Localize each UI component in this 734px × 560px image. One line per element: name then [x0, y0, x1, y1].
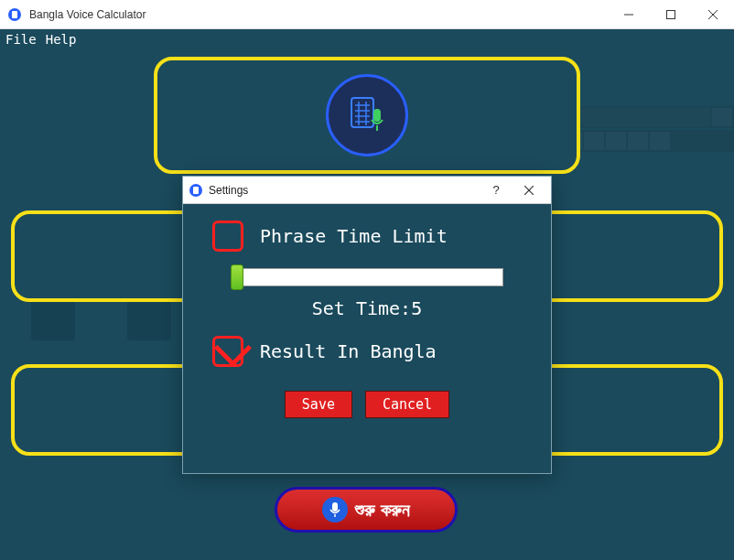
slider-track: [231, 268, 503, 286]
logo-panel: [154, 57, 580, 174]
time-slider[interactable]: [231, 268, 503, 286]
dialog-help-button[interactable]: ?: [480, 178, 513, 203]
window-controls: [608, 0, 734, 29]
close-button[interactable]: [692, 0, 734, 29]
save-button[interactable]: Save: [285, 391, 352, 418]
main-area: শুরু করুন Settings ? Phrase Time Limit: [0, 49, 734, 560]
phrase-time-limit-label: Phrase Time Limit: [260, 225, 448, 247]
svg-rect-18: [193, 187, 199, 194]
menu-help[interactable]: Help: [46, 32, 77, 47]
dialog-icon: [189, 183, 203, 198]
slider-thumb[interactable]: [231, 264, 243, 290]
close-icon: [524, 186, 534, 195]
app-logo: [326, 74, 408, 156]
calculator-mic-icon: [344, 92, 390, 138]
window-title: Bangla Voice Calculator: [29, 8, 608, 21]
menubar: File Help: [0, 29, 734, 49]
app-icon: [7, 7, 22, 22]
settings-dialog: Settings ? Phrase Time Limit Set Time:5 …: [182, 176, 552, 474]
maximize-button[interactable]: [650, 0, 692, 29]
mic-icon: [322, 497, 348, 522]
svg-rect-15: [332, 502, 338, 512]
svg-rect-13: [373, 109, 381, 122]
result-in-bangla-label: Result In Bangla: [260, 340, 437, 362]
main-titlebar: Bangla Voice Calculator: [0, 0, 734, 29]
cancel-button[interactable]: Cancel: [365, 391, 449, 418]
start-button[interactable]: শুরু করুন: [275, 487, 458, 533]
dialog-title: Settings: [209, 184, 480, 197]
start-button-label: শুরু করুন: [355, 500, 410, 521]
result-in-bangla-row: Result In Bangla: [212, 336, 522, 367]
menu-file[interactable]: File: [5, 32, 37, 47]
dialog-buttons: Save Cancel: [212, 391, 522, 418]
phrase-time-limit-checkbox[interactable]: [212, 221, 243, 252]
svg-rect-1: [12, 11, 17, 18]
help-icon: ?: [492, 183, 499, 197]
maximize-icon: [666, 10, 675, 19]
close-icon: [708, 10, 718, 19]
phrase-time-limit-row: Phrase Time Limit: [212, 221, 522, 252]
minimize-button[interactable]: [608, 0, 650, 29]
svg-rect-6: [351, 98, 373, 127]
svg-rect-3: [667, 10, 675, 18]
dialog-close-button[interactable]: [513, 178, 545, 203]
result-in-bangla-checkbox[interactable]: [212, 336, 243, 367]
dialog-body: Phrase Time Limit Set Time:5 Result In B…: [183, 204, 551, 435]
dialog-titlebar: Settings ?: [183, 177, 551, 204]
minimize-icon: [624, 10, 633, 19]
set-time-label: Set Time:5: [212, 297, 522, 319]
